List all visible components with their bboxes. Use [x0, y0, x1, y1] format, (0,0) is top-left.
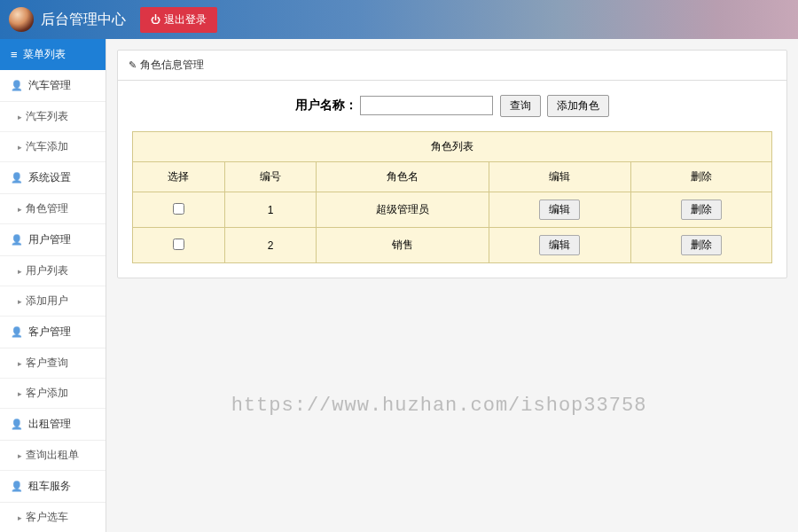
- row-id: 1: [224, 192, 317, 228]
- delete-button[interactable]: 删除: [681, 200, 722, 220]
- search-label: 用户名称：: [295, 98, 357, 112]
- sidebar-item[interactable]: 客户选车: [0, 503, 106, 532]
- sidebar-item[interactable]: 汽车列表: [0, 102, 106, 132]
- table-title: 角色列表: [133, 132, 772, 162]
- main-content: 角色信息管理 用户名称： 查询 添加角色 角色列表 选择编号角色名编辑删除 1超…: [106, 39, 798, 532]
- row-name: 销售: [317, 228, 489, 263]
- row-name: 超级管理员: [317, 192, 489, 228]
- sidebar-group[interactable]: 系统设置: [0, 162, 106, 194]
- row-checkbox[interactable]: [173, 203, 184, 215]
- row-checkbox[interactable]: [173, 239, 184, 250]
- sidebar-item[interactable]: 用户列表: [0, 256, 106, 286]
- top-header: 后台管理中心 退出登录: [0, 0, 798, 39]
- panel: 角色信息管理 用户名称： 查询 添加角色 角色列表 选择编号角色名编辑删除 1超…: [117, 50, 787, 278]
- app-title: 后台管理中心: [41, 11, 126, 29]
- menu-header: 菜单列表: [0, 39, 106, 70]
- sidebar-group[interactable]: 用户管理: [0, 224, 106, 256]
- row-id: 2: [224, 228, 317, 263]
- table-header: 编辑: [489, 162, 630, 192]
- logout-button[interactable]: 退出登录: [140, 7, 217, 33]
- table-header: 删除: [630, 162, 771, 192]
- delete-button[interactable]: 删除: [681, 235, 722, 255]
- sidebar-item[interactable]: 客户查询: [0, 348, 106, 379]
- table-header: 选择: [133, 162, 225, 192]
- search-row: 用户名称： 查询 添加角色: [132, 95, 772, 117]
- edit-button[interactable]: 编辑: [539, 200, 580, 220]
- table-header: 角色名: [317, 162, 489, 192]
- table-row: 2销售编辑删除: [133, 228, 772, 263]
- sidebar-item[interactable]: 添加用户: [0, 286, 106, 317]
- table-header: 编号: [224, 162, 317, 192]
- sidebar-item[interactable]: 角色管理: [0, 194, 106, 224]
- username-input[interactable]: [360, 96, 493, 115]
- sidebar-item[interactable]: 客户添加: [0, 379, 106, 409]
- sidebar: 菜单列表 汽车管理汽车列表汽车添加系统设置角色管理用户管理用户列表添加用户客户管…: [0, 39, 106, 532]
- avatar: [9, 7, 34, 32]
- sidebar-group[interactable]: 客户管理: [0, 317, 106, 348]
- sidebar-group[interactable]: 出租管理: [0, 409, 106, 441]
- sidebar-group[interactable]: 租车服务: [0, 471, 106, 503]
- panel-title: 角色信息管理: [118, 51, 786, 81]
- sidebar-item[interactable]: 汽车添加: [0, 132, 106, 162]
- role-table: 角色列表 选择编号角色名编辑删除 1超级管理员编辑删除2销售编辑删除: [132, 131, 772, 263]
- table-row: 1超级管理员编辑删除: [133, 192, 772, 228]
- query-button[interactable]: 查询: [500, 95, 541, 117]
- edit-button[interactable]: 编辑: [539, 235, 580, 255]
- add-role-button[interactable]: 添加角色: [547, 95, 609, 117]
- sidebar-group[interactable]: 汽车管理: [0, 70, 106, 102]
- sidebar-item[interactable]: 查询出租单: [0, 441, 106, 471]
